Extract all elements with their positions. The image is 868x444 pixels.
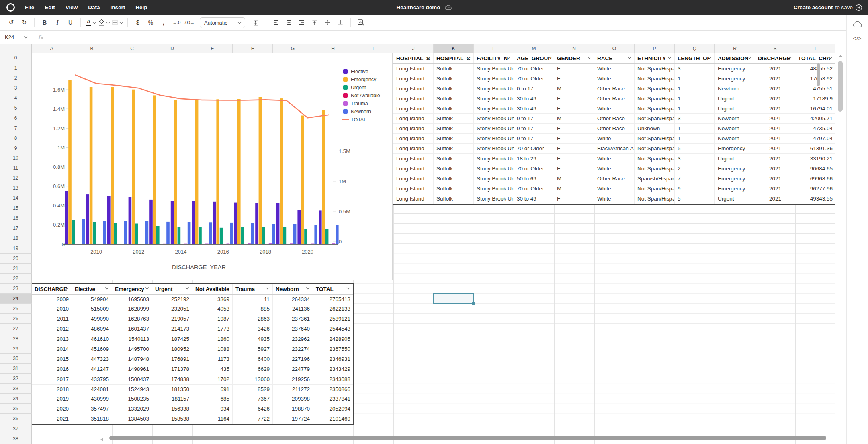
table-cell[interactable]: Black/African Am (594, 144, 635, 153)
table-cell[interactable]: Suffolk (434, 104, 474, 114)
table-cell[interactable]: 2021 (755, 134, 795, 143)
table-cell[interactable]: 2343429 (313, 364, 353, 374)
table-cell[interactable]: 2018 (32, 385, 72, 394)
table-cell[interactable]: Not Span/Hispa (635, 84, 675, 94)
table-cell[interactable]: 214173 (152, 324, 192, 334)
table-cell[interactable]: 4935 (233, 334, 273, 344)
table-cell[interactable]: Suffolk (434, 164, 474, 174)
table-cell[interactable]: 2021 (755, 144, 795, 153)
table-cell[interactable]: 2010 (32, 304, 72, 314)
column-filter-urgent[interactable]: Urgent (152, 284, 192, 294)
table-cell[interactable]: 4735.04 (795, 124, 835, 133)
menu-item-insert[interactable]: Insert (105, 4, 131, 10)
column-header-A[interactable]: A (32, 44, 72, 53)
row-header-6[interactable]: 6 (0, 113, 32, 123)
table-cell[interactable]: 451609 (72, 344, 112, 354)
column-header-B[interactable]: B (72, 44, 112, 53)
column-filter-newborn[interactable]: Newborn (273, 284, 313, 294)
table-cell[interactable]: 2020 (32, 404, 72, 414)
table-cell[interactable]: 2021 (755, 164, 795, 174)
table-row[interactable]: 2015447323148794817689111736400227196234… (32, 354, 353, 364)
table-cell[interactable]: Emergency (715, 144, 755, 153)
table-row[interactable]: Long IslandSuffolkStony Brook Uni0 to 17… (393, 114, 835, 124)
row-header-26[interactable]: 26 (0, 314, 32, 324)
table-row[interactable]: 2017433795150043717483817021306021925623… (32, 374, 353, 385)
table-cell[interactable]: Long Island (393, 154, 434, 164)
table-row[interactable]: Long IslandSuffolkStony Brook Uni0 to 17… (393, 84, 835, 94)
table-cell[interactable]: 447323 (72, 354, 112, 364)
column-filter-gender[interactable]: GENDER (554, 53, 594, 63)
comma-button[interactable]: , (158, 17, 169, 28)
table-row[interactable]: Long IslandSuffolkStony Brook Uni70 or O… (393, 144, 835, 154)
row-header-11[interactable]: 11 (0, 163, 32, 173)
table-cell[interactable]: Suffolk (434, 84, 474, 94)
chart-widget[interactable]: 00.2M0.4M0.6M0.8M1M1.2M1.4M1.6M00.5M1M1.… (32, 53, 393, 280)
column-header-I[interactable]: I (353, 44, 393, 53)
table-cell[interactable]: Long Island (393, 144, 434, 153)
table-cell[interactable]: 2622133 (313, 304, 353, 314)
column-header-S[interactable]: S (755, 44, 795, 53)
table-cell[interactable]: 5 (675, 144, 715, 153)
table-cell[interactable]: 30 to 49 (514, 104, 554, 114)
table-cell[interactable]: Stony Brook Uni (474, 134, 514, 143)
table-cell[interactable]: Urgent (715, 194, 755, 204)
table-cell[interactable]: Other Race (594, 94, 635, 104)
table-cell[interactable]: Stony Brook Uni (474, 184, 514, 194)
table-cell[interactable]: Stony Brook Uni (474, 74, 514, 84)
row-header-22[interactable]: 22 (0, 274, 32, 284)
table-cell[interactable]: 219057 (152, 314, 192, 324)
table-cell[interactable]: 11 (233, 295, 273, 304)
table-cell[interactable]: Newborn (715, 124, 755, 133)
table-cell[interactable]: 1 (675, 94, 715, 104)
table-cell[interactable]: 42005.71 (795, 114, 835, 123)
column-header-Q[interactable]: Q (675, 44, 715, 53)
table-cell[interactable]: 2009 (32, 295, 72, 304)
insert-chart-button[interactable] (356, 17, 366, 28)
table-cell[interactable]: 2021 (755, 174, 795, 184)
table-row[interactable]: 2020357497133202915633893464261988702052… (32, 404, 353, 414)
table-cell[interactable]: 6629 (233, 364, 273, 374)
table-cell[interactable]: Long Island (393, 64, 434, 74)
table-cell[interactable]: 18 to 29 (514, 154, 554, 164)
table-cell[interactable]: 4797.04 (795, 134, 835, 143)
table-cell[interactable]: 3426 (233, 324, 273, 334)
table-cell[interactable]: Long Island (393, 84, 434, 94)
table-row[interactable]: Long IslandSuffolkStony Brook Uni70 or O… (393, 184, 835, 194)
fill-handle[interactable] (472, 302, 475, 305)
table-cell[interactable]: 9 (675, 184, 715, 194)
table-cell[interactable]: 49343.55 (795, 194, 835, 204)
borders-button[interactable] (112, 17, 123, 28)
column-filter-ethnicity[interactable]: ETHNICITY (635, 53, 675, 63)
table-cell[interactable]: 30 to 49 (514, 194, 554, 204)
table-cell[interactable]: 3 (675, 114, 715, 123)
menu-item-help[interactable]: Help (130, 4, 152, 10)
fill-color-button[interactable] (98, 17, 109, 28)
table-cell[interactable]: M (554, 114, 594, 123)
table-cell[interactable]: 691 (192, 385, 233, 394)
row-header-1[interactable]: 1 (0, 63, 32, 73)
table-cell[interactable]: 1 (675, 104, 715, 114)
table-cell[interactable]: 232274 (273, 344, 313, 354)
table-cell[interactable]: 1524943 (112, 385, 152, 394)
row-header-20[interactable]: 20 (0, 254, 32, 264)
table-cell[interactable]: 1 (675, 134, 715, 143)
column-filter-total-cha[interactable]: TOTAL_CHA (795, 53, 835, 63)
table-cell[interactable]: 2021 (755, 154, 795, 164)
table-cell[interactable]: F (554, 164, 594, 174)
code-view-icon[interactable]: </> (853, 35, 862, 41)
row-header-8[interactable]: 8 (0, 133, 32, 143)
table-cell[interactable]: 180952 (152, 344, 192, 354)
row-header-36[interactable]: 36 (0, 414, 32, 424)
column-filter-discharge[interactable]: DISCHARGE (32, 284, 72, 294)
table-cell[interactable]: 499090 (72, 314, 112, 324)
table-cell[interactable]: 1 (675, 74, 715, 84)
table-cell[interactable]: Suffolk (434, 184, 474, 194)
row-header-32[interactable]: 32 (0, 374, 32, 384)
table-cell[interactable]: Stony Brook Uni (474, 154, 514, 164)
column-header-G[interactable]: G (273, 44, 313, 53)
column-header-R[interactable]: R (715, 44, 755, 53)
column-filter-emergency[interactable]: Emergency (112, 284, 152, 294)
table-cell[interactable]: 90684.65 (795, 164, 835, 174)
table-cell[interactable]: 1773 (192, 324, 233, 334)
table-cell[interactable]: White (594, 64, 635, 74)
